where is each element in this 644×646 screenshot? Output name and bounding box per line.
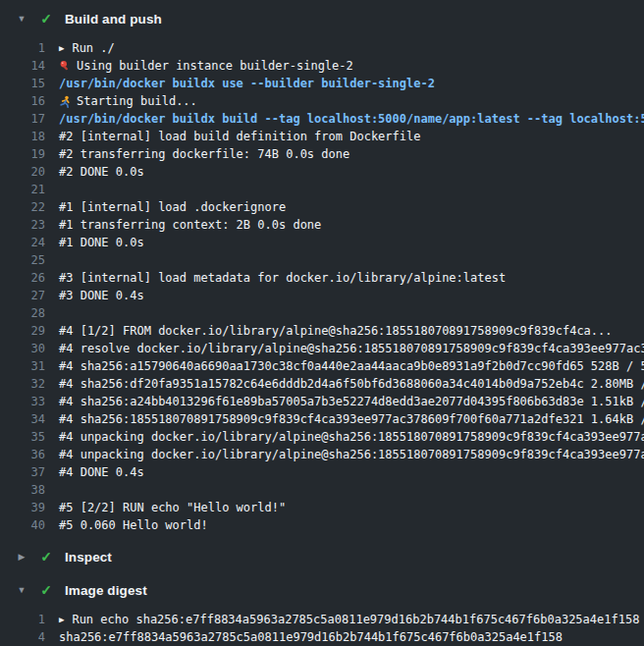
line-number[interactable]: 30 (0, 342, 45, 355)
line-number[interactable]: 36 (0, 448, 45, 461)
workflow-log-viewer: ▼✓Build and push1▶Run ./14Using builder … (0, 0, 644, 646)
log-line-text: ▶Run ./ (59, 41, 115, 55)
line-number[interactable]: 1 (0, 41, 45, 55)
line-number[interactable]: 14 (0, 59, 45, 73)
line-number[interactable]: 38 (0, 483, 45, 497)
line-number[interactable]: 33 (0, 395, 45, 408)
log-line: 28 (0, 304, 644, 322)
log-text: #2 [internal] load build definition from… (59, 130, 420, 143)
log-text: Starting build... (77, 94, 197, 108)
log-line-text: #4 unpacking docker.io/library/alpine@sh… (59, 448, 644, 461)
log-line: 24#1 DONE 0.0s (0, 234, 644, 251)
log-line-text: #3 DONE 0.4s (59, 289, 144, 302)
log-text: #4 unpacking docker.io/library/alpine@sh… (59, 430, 644, 444)
log-text: Using builder instance builder-single-2 (77, 59, 353, 73)
section-title: Image digest (65, 583, 147, 598)
section-title: Inspect (65, 550, 112, 565)
log-line-text: /usr/bin/docker buildx use --builder bui… (59, 77, 435, 90)
log-text: #1 DONE 0.0s (59, 236, 144, 249)
line-number[interactable]: 27 (0, 289, 45, 302)
line-number[interactable]: 31 (0, 359, 45, 373)
log-line-text: #2 DONE 0.0s (59, 165, 144, 179)
log-line-text: #1 DONE 0.0s (59, 236, 144, 249)
log-line: 23#1 transferring context: 2B 0.0s done (0, 216, 644, 234)
line-number[interactable]: 15 (0, 77, 45, 90)
group-toggle-icon[interactable]: ▶ (59, 43, 64, 53)
log-line-text: #4 sha256:a15790640a6690aa1730c38cf0a440… (59, 359, 644, 373)
line-number[interactable]: 17 (0, 112, 45, 126)
check-success-icon: ✓ (37, 583, 55, 597)
log-line: 1▶Run ./ (0, 39, 644, 57)
line-number[interactable]: 34 (0, 412, 45, 426)
log-line: 32#4 sha256:df20fa9351a15782c64e6dddb2d4… (0, 375, 644, 393)
log-text: #4 unpacking docker.io/library/alpine@sh… (59, 448, 644, 461)
log-text: #3 DONE 0.4s (59, 289, 144, 302)
chevron-right-icon[interactable]: ▶ (12, 553, 31, 562)
log-line: 30#4 resolve docker.io/library/alpine@sh… (0, 340, 644, 357)
log-line: 20#2 DONE 0.0s (0, 163, 644, 181)
log-line: 27#3 DONE 0.4s (0, 287, 644, 304)
group-toggle-icon[interactable]: ▶ (59, 615, 64, 624)
log-line-text: #2 [internal] load build definition from… (59, 130, 420, 143)
section-header-inspect[interactable]: ▶✓Inspect (0, 544, 644, 569)
check-success-icon: ✓ (37, 12, 55, 26)
line-number[interactable]: 1 (0, 613, 45, 626)
log-text: sha256:e7ff8834a5963a2785c5a0811e979d16b… (59, 630, 563, 644)
log-line-text: #4 [1/2] FROM docker.io/library/alpine@s… (59, 324, 613, 338)
log-line: 31#4 sha256:a15790640a6690aa1730c38cf0a4… (0, 357, 644, 375)
line-number[interactable]: 24 (0, 236, 45, 249)
section-spacer (0, 569, 644, 577)
log-line: 16Starting build... (0, 92, 644, 110)
log-line: 37#4 DONE 0.4s (0, 463, 644, 481)
log-line: 25 (0, 251, 644, 269)
line-number[interactable]: 25 (0, 253, 45, 267)
line-number[interactable]: 28 (0, 306, 45, 320)
log-line: 39#5 [2/2] RUN echo "Hello world!" (0, 499, 644, 516)
log-line: 40#5 0.060 Hello world! (0, 516, 644, 534)
log-line-text: #5 [2/2] RUN echo "Hello world!" (59, 501, 286, 514)
log-line: 4sha256:e7ff8834a5963a2785c5a0811e979d16… (0, 628, 644, 646)
check-success-icon: ✓ (37, 550, 55, 564)
log-text: #5 0.060 Hello world! (59, 518, 208, 532)
log-text: #1 transferring context: 2B 0.0s done (59, 218, 321, 232)
line-number[interactable]: 29 (0, 324, 45, 338)
log-text: #3 [internal] load metadata for docker.i… (59, 271, 506, 285)
log-line: 26#3 [internal] load metadata for docker… (0, 269, 644, 287)
log-line-text: #3 [internal] load metadata for docker.i… (59, 271, 506, 285)
log-line: 29#4 [1/2] FROM docker.io/library/alpine… (0, 322, 644, 340)
section-header-image-digest[interactable]: ▼✓Image digest (0, 577, 644, 603)
line-number[interactable]: 16 (0, 94, 45, 108)
chevron-down-icon[interactable]: ▼ (12, 15, 31, 24)
line-number[interactable]: 22 (0, 200, 45, 214)
log-line: 19#2 transferring dockerfile: 74B 0.0s d… (0, 145, 644, 163)
line-number[interactable]: 4 (0, 630, 45, 644)
log-line-text: #5 0.060 Hello world! (59, 518, 208, 532)
log-text: #5 [2/2] RUN echo "Hello world!" (59, 501, 286, 514)
log-text: #4 [1/2] FROM docker.io/library/alpine@s… (59, 324, 613, 338)
line-number[interactable]: 18 (0, 130, 45, 143)
log-line-text: #4 DONE 0.4s (59, 465, 144, 479)
line-number[interactable]: 37 (0, 465, 45, 479)
log-text: Run ./ (72, 41, 114, 55)
log-line: 38 (0, 481, 644, 499)
line-number[interactable]: 39 (0, 501, 45, 514)
section-header-build-and-push[interactable]: ▼✓Build and push (0, 6, 644, 31)
line-number[interactable]: 20 (0, 165, 45, 179)
log-line: 34#4 sha256:185518070891758909c9f839cf4c… (0, 410, 644, 428)
line-number[interactable]: 26 (0, 271, 45, 285)
line-number[interactable]: 21 (0, 183, 45, 196)
log-lines-build-and-push: 1▶Run ./14Using builder instance builder… (0, 39, 644, 534)
log-text: #4 sha256:a24bb4013296f61e89ba57005a7b3e… (59, 395, 644, 408)
log-line: 35#4 unpacking docker.io/library/alpine@… (0, 428, 644, 446)
line-number[interactable]: 32 (0, 377, 45, 391)
log-line: 21 (0, 181, 644, 198)
line-number[interactable]: 23 (0, 218, 45, 232)
line-number[interactable]: 40 (0, 518, 45, 532)
log-line: 36#4 unpacking docker.io/library/alpine@… (0, 446, 644, 463)
log-line-text: Starting build... (59, 94, 197, 108)
log-line-text: #2 transferring dockerfile: 74B 0.0s don… (59, 147, 349, 161)
line-number[interactable]: 35 (0, 430, 45, 444)
line-number[interactable]: 19 (0, 147, 45, 161)
chevron-down-icon[interactable]: ▼ (12, 586, 31, 595)
log-line: 14Using builder instance builder-single-… (0, 57, 644, 75)
